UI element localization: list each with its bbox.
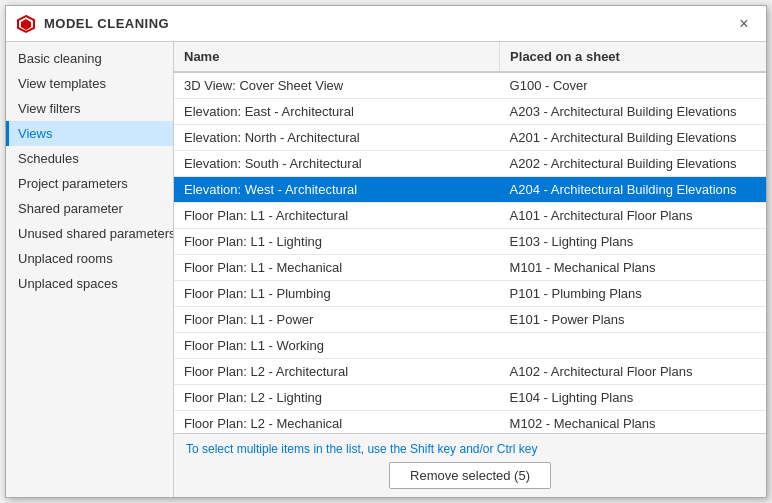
dialog-model-cleaning: MODEL CLEANING × Basic cleaningView temp…	[5, 5, 767, 498]
cell-name: Floor Plan: L2 - Lighting	[174, 385, 500, 411]
sidebar-item-schedules[interactable]: Schedules	[6, 146, 173, 171]
sidebar-item-shared-parameter[interactable]: Shared parameter	[6, 196, 173, 221]
bottom-bar: To select multiple items in the list, us…	[174, 433, 766, 497]
app-logo	[16, 14, 36, 34]
cell-sheet: M101 - Mechanical Plans	[500, 255, 766, 281]
main-panel: Name Placed on a sheet 3D View: Cover Sh…	[174, 42, 766, 497]
table-row[interactable]: 3D View: Cover Sheet ViewG100 - Cover	[174, 72, 766, 99]
table-row[interactable]: Floor Plan: L1 - MechanicalM101 - Mechan…	[174, 255, 766, 281]
sidebar-item-view-templates[interactable]: View templates	[6, 71, 173, 96]
column-name: Name	[174, 42, 500, 72]
svg-marker-1	[21, 19, 31, 30]
sidebar-item-basic-cleaning[interactable]: Basic cleaning	[6, 46, 173, 71]
cell-name: Floor Plan: L2 - Architectural	[174, 359, 500, 385]
cell-sheet: A202 - Architectural Building Elevations	[500, 151, 766, 177]
cell-sheet: A204 - Architectural Building Elevations	[500, 177, 766, 203]
table-header-row: Name Placed on a sheet	[174, 42, 766, 72]
sidebar: Basic cleaningView templatesView filters…	[6, 42, 174, 497]
cell-sheet: M102 - Mechanical Plans	[500, 411, 766, 434]
sidebar-item-unplaced-spaces[interactable]: Unplaced spaces	[6, 271, 173, 296]
cell-name: Floor Plan: L1 - Mechanical	[174, 255, 500, 281]
cell-name: Floor Plan: L1 - Working	[174, 333, 500, 359]
cell-name: Floor Plan: L1 - Lighting	[174, 229, 500, 255]
cell-name: Elevation: South - Architectural	[174, 151, 500, 177]
table-row[interactable]: Elevation: North - ArchitecturalA201 - A…	[174, 125, 766, 151]
column-sheet: Placed on a sheet	[500, 42, 766, 72]
table-row[interactable]: Elevation: South - ArchitecturalA202 - A…	[174, 151, 766, 177]
sidebar-item-unused-shared-parameters[interactable]: Unused shared parameters	[6, 221, 173, 246]
table-row[interactable]: Elevation: West - ArchitecturalA204 - Ar…	[174, 177, 766, 203]
sidebar-item-views[interactable]: Views	[6, 121, 173, 146]
cell-name: Floor Plan: L2 - Mechanical	[174, 411, 500, 434]
cell-sheet: P101 - Plumbing Plans	[500, 281, 766, 307]
table-row[interactable]: Floor Plan: L1 - LightingE103 - Lighting…	[174, 229, 766, 255]
bottom-actions: Remove selected (5)	[186, 462, 754, 489]
cell-sheet: A101 - Architectural Floor Plans	[500, 203, 766, 229]
cell-name: Floor Plan: L1 - Plumbing	[174, 281, 500, 307]
table-container[interactable]: Name Placed on a sheet 3D View: Cover Sh…	[174, 42, 766, 433]
table-row[interactable]: Floor Plan: L2 - MechanicalM102 - Mechan…	[174, 411, 766, 434]
cell-sheet: E101 - Power Plans	[500, 307, 766, 333]
remove-selected-button[interactable]: Remove selected (5)	[389, 462, 551, 489]
close-button[interactable]: ×	[732, 12, 756, 36]
cell-sheet: E103 - Lighting Plans	[500, 229, 766, 255]
table-row[interactable]: Elevation: East - ArchitecturalA203 - Ar…	[174, 99, 766, 125]
dialog-title: MODEL CLEANING	[44, 16, 732, 31]
table-body: 3D View: Cover Sheet ViewG100 - CoverEle…	[174, 72, 766, 433]
cell-name: Floor Plan: L1 - Power	[174, 307, 500, 333]
cell-sheet: A203 - Architectural Building Elevations	[500, 99, 766, 125]
hint-text: To select multiple items in the list, us…	[186, 442, 754, 456]
cell-sheet: E104 - Lighting Plans	[500, 385, 766, 411]
table-row[interactable]: Floor Plan: L2 - ArchitecturalA102 - Arc…	[174, 359, 766, 385]
sidebar-item-view-filters[interactable]: View filters	[6, 96, 173, 121]
cell-sheet: G100 - Cover	[500, 72, 766, 99]
cell-sheet: A201 - Architectural Building Elevations	[500, 125, 766, 151]
cell-name: Elevation: East - Architectural	[174, 99, 500, 125]
cell-name: Elevation: West - Architectural	[174, 177, 500, 203]
sidebar-item-unplaced-rooms[interactable]: Unplaced rooms	[6, 246, 173, 271]
views-table: Name Placed on a sheet 3D View: Cover Sh…	[174, 42, 766, 433]
table-row[interactable]: Floor Plan: L1 - PowerE101 - Power Plans	[174, 307, 766, 333]
content-area: Basic cleaningView templatesView filters…	[6, 42, 766, 497]
cell-sheet: A102 - Architectural Floor Plans	[500, 359, 766, 385]
cell-sheet	[500, 333, 766, 359]
cell-name: Floor Plan: L1 - Architectural	[174, 203, 500, 229]
table-row[interactable]: Floor Plan: L1 - ArchitecturalA101 - Arc…	[174, 203, 766, 229]
cell-name: 3D View: Cover Sheet View	[174, 72, 500, 99]
table-row[interactable]: Floor Plan: L2 - LightingE104 - Lighting…	[174, 385, 766, 411]
title-bar: MODEL CLEANING ×	[6, 6, 766, 42]
cell-name: Elevation: North - Architectural	[174, 125, 500, 151]
table-row[interactable]: Floor Plan: L1 - Working	[174, 333, 766, 359]
sidebar-item-project-parameters[interactable]: Project parameters	[6, 171, 173, 196]
table-row[interactable]: Floor Plan: L1 - PlumbingP101 - Plumbing…	[174, 281, 766, 307]
